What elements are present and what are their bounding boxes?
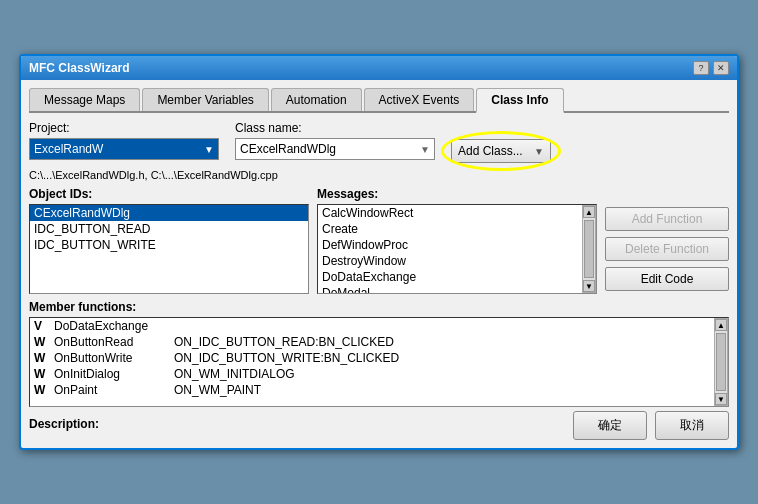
member-functions-label: Member functions: <box>29 300 729 314</box>
tab-activex-events[interactable]: ActiveX Events <box>364 88 475 111</box>
add-class-label: Add Class... <box>458 144 523 158</box>
list-item[interactable]: DestroyWindow <box>318 253 582 269</box>
project-classname-row: Project: ExcelRandW ▼ Class name: CExcel… <box>29 121 729 163</box>
dialog-content: Message Maps Member Variables Automation… <box>21 80 737 448</box>
object-ids-listbox[interactable]: CExcelRandWDlg IDC_BUTTON_READ IDC_BUTTO… <box>29 204 309 294</box>
description-label: Description: <box>29 417 99 431</box>
member-functions-section: Member functions: V DoDataExchange W OnB… <box>29 300 729 407</box>
tab-bar: Message Maps Member Variables Automation… <box>29 88 729 113</box>
scroll-down-icon[interactable]: ▼ <box>715 393 727 405</box>
member-desc <box>174 319 710 333</box>
table-row[interactable]: W OnPaint ON_WM_PAINT <box>30 382 714 398</box>
member-name: OnInitDialog <box>54 367 174 381</box>
table-row[interactable]: V DoDataExchange <box>30 318 714 334</box>
member-name: OnPaint <box>54 383 174 397</box>
object-ids-label: Object IDs: <box>29 187 309 201</box>
member-desc: ON_WM_PAINT <box>174 383 710 397</box>
scroll-thumb[interactable] <box>716 333 726 391</box>
ok-button[interactable]: 确定 <box>573 411 647 440</box>
edit-code-button[interactable]: Edit Code <box>605 267 729 291</box>
project-arrow-icon[interactable]: ▼ <box>204 144 214 155</box>
table-row[interactable]: W OnButtonWrite ON_IDC_BUTTON_WRITE:BN_C… <box>30 350 714 366</box>
messages-listbox[interactable]: CalcWindowRect Create DefWindowProc Dest… <box>317 204 597 294</box>
messages-section: Messages: CalcWindowRect Create DefWindo… <box>317 187 597 294</box>
description-section: Description: <box>29 417 99 434</box>
member-name: OnButtonWrite <box>54 351 174 365</box>
member-type: W <box>34 351 50 365</box>
classname-arrow-icon[interactable]: ▼ <box>420 144 430 155</box>
window-title: MFC ClassWizard <box>29 61 130 75</box>
list-item[interactable]: IDC_BUTTON_READ <box>30 221 308 237</box>
main-section: Object IDs: CExcelRandWDlg IDC_BUTTON_RE… <box>29 187 729 294</box>
add-class-container: Add Class... ▼ <box>451 139 551 163</box>
member-type: W <box>34 367 50 381</box>
table-row[interactable]: W OnButtonRead ON_IDC_BUTTON_READ:BN_CLI… <box>30 334 714 350</box>
tab-member-variables[interactable]: Member Variables <box>142 88 268 111</box>
project-value: ExcelRandW <box>34 142 103 156</box>
list-item[interactable]: DoModal <box>318 285 582 294</box>
project-select[interactable]: ExcelRandW ▼ <box>29 138 219 160</box>
close-button[interactable]: ✕ <box>713 61 729 75</box>
title-bar-controls: ? ✕ <box>693 61 729 75</box>
messages-scrollbar[interactable]: ▲ ▼ <box>582 205 596 293</box>
classname-group: Class name: CExcelRandWDlg ▼ <box>235 121 435 160</box>
mfc-classwizard-window: MFC ClassWizard ? ✕ Message Maps Member … <box>19 54 739 450</box>
scroll-up-icon[interactable]: ▲ <box>715 319 727 331</box>
member-desc: ON_IDC_BUTTON_WRITE:BN_CLICKED <box>174 351 710 365</box>
add-class-button[interactable]: Add Class... ▼ <box>451 139 551 163</box>
list-item[interactable]: DoDataExchange <box>318 269 582 285</box>
scroll-thumb[interactable] <box>584 220 594 278</box>
project-group: Project: ExcelRandW ▼ <box>29 121 219 160</box>
member-type: W <box>34 383 50 397</box>
classname-select[interactable]: CExcelRandWDlg ▼ <box>235 138 435 160</box>
ids-messages-row: Object IDs: CExcelRandWDlg IDC_BUTTON_RE… <box>29 187 597 294</box>
list-item[interactable]: Create <box>318 221 582 237</box>
right-section: Add Function Delete Function Edit Code <box>605 187 729 294</box>
member-desc: ON_WM_INITDIALOG <box>174 367 710 381</box>
member-functions-listbox[interactable]: V DoDataExchange W OnButtonRead ON_IDC_B… <box>29 317 729 407</box>
list-item[interactable]: CExcelRandWDlg <box>30 205 308 221</box>
member-desc: ON_IDC_BUTTON_READ:BN_CLICKED <box>174 335 710 349</box>
button-group: Add Function Delete Function Edit Code <box>605 187 729 291</box>
member-scrollbar[interactable]: ▲ ▼ <box>714 318 728 406</box>
scroll-down-icon[interactable]: ▼ <box>583 280 595 292</box>
project-label: Project: <box>29 121 219 135</box>
list-item[interactable]: DefWindowProc <box>318 237 582 253</box>
add-function-button[interactable]: Add Function <box>605 207 729 231</box>
messages-label: Messages: <box>317 187 597 201</box>
list-item[interactable]: CalcWindowRect <box>318 205 582 221</box>
bottom-row: Description: 确定 取消 <box>29 411 729 440</box>
member-type: V <box>34 319 50 333</box>
delete-function-button[interactable]: Delete Function <box>605 237 729 261</box>
tab-class-info[interactable]: Class Info <box>476 88 563 113</box>
list-item[interactable]: IDC_BUTTON_WRITE <box>30 237 308 253</box>
classname-label: Class name: <box>235 121 435 135</box>
member-type: W <box>34 335 50 349</box>
tab-message-maps[interactable]: Message Maps <box>29 88 140 111</box>
member-name: DoDataExchange <box>54 319 174 333</box>
path-text: C:\...\ExcelRandWDlg.h, C:\...\ExcelRand… <box>29 169 729 181</box>
tab-automation[interactable]: Automation <box>271 88 362 111</box>
object-ids-section: Object IDs: CExcelRandWDlg IDC_BUTTON_RE… <box>29 187 309 294</box>
left-section: Object IDs: CExcelRandWDlg IDC_BUTTON_RE… <box>29 187 597 294</box>
scroll-up-icon[interactable]: ▲ <box>583 206 595 218</box>
table-row[interactable]: W OnInitDialog ON_WM_INITDIALOG <box>30 366 714 382</box>
title-bar: MFC ClassWizard ? ✕ <box>21 56 737 80</box>
member-name: OnButtonRead <box>54 335 174 349</box>
add-class-arrow-icon[interactable]: ▼ <box>534 146 544 157</box>
help-button[interactable]: ? <box>693 61 709 75</box>
classname-value: CExcelRandWDlg <box>240 142 336 156</box>
ok-cancel-group: 确定 取消 <box>573 411 729 440</box>
cancel-button[interactable]: 取消 <box>655 411 729 440</box>
